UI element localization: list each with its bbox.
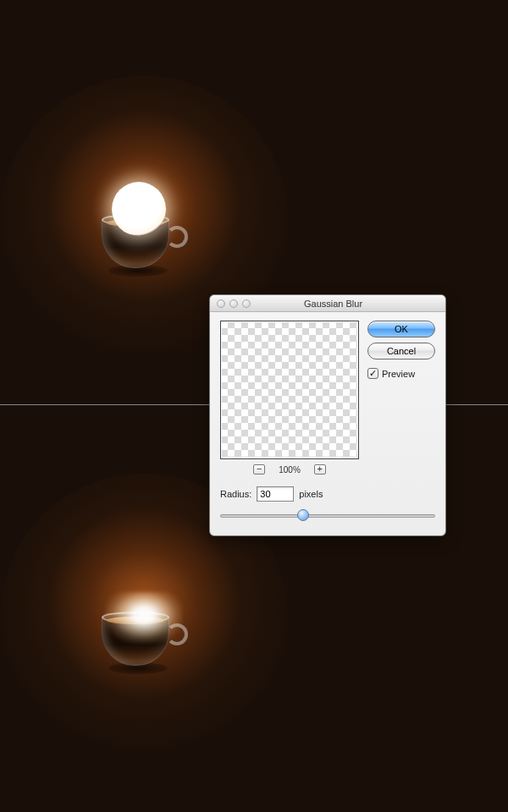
preview-canvas[interactable]	[220, 321, 359, 459]
canvas-bottom	[17, 499, 271, 753]
dialog-titlebar[interactable]: Gaussian Blur	[210, 295, 445, 312]
zoom-in-button[interactable]: +	[314, 464, 326, 475]
radius-input[interactable]	[257, 486, 294, 502]
zoom-out-button[interactable]: −	[253, 464, 265, 475]
minimize-icon[interactable]	[229, 299, 238, 308]
close-icon[interactable]	[217, 299, 225, 308]
gaussian-blur-dialog: Gaussian Blur − 100% + OK Cancel ✓ Previ…	[209, 294, 446, 536]
radius-label: Radius:	[220, 489, 251, 499]
zoom-icon[interactable]	[242, 299, 251, 308]
radius-unit: pixels	[299, 489, 323, 499]
preview-checkbox-row[interactable]: ✓ Preview	[367, 368, 435, 379]
slider-thumb[interactable]	[297, 509, 309, 521]
dialog-title: Gaussian Blur	[255, 299, 411, 309]
ok-button[interactable]: OK	[367, 321, 435, 337]
cancel-button[interactable]: Cancel	[367, 343, 435, 359]
slider-track-line	[220, 514, 435, 518]
zoom-value: 100%	[279, 465, 301, 475]
preview-checkbox[interactable]: ✓	[367, 368, 378, 379]
light-flare-blurred	[106, 592, 182, 643]
light-orb	[112, 182, 166, 236]
preview-label: Preview	[382, 369, 415, 379]
radius-slider[interactable]	[220, 510, 435, 522]
